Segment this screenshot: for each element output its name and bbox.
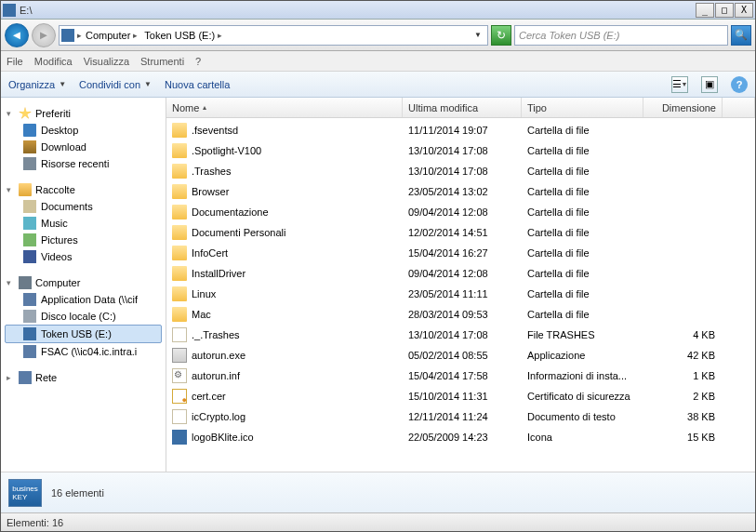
sidebar-head-favorites[interactable]: ▾ Preferiti (5, 105, 162, 122)
file-date: 13/10/2014 17:08 (403, 145, 522, 156)
address-dropdown-icon[interactable]: ▼ (471, 31, 485, 39)
chevron-right-icon[interactable]: ▸ (76, 31, 83, 40)
file-name: .Spotlight-V100 (192, 145, 261, 156)
file-type: Cartella di file (522, 125, 643, 136)
sidebar-item[interactable]: Application Data (\\cif (5, 291, 162, 308)
search-input[interactable]: Cerca Token USB (E:) (514, 25, 728, 46)
sidebar-item-label: Desktop (41, 125, 78, 136)
file-type: Cartella di file (522, 166, 643, 177)
file-row[interactable]: .Spotlight-V10013/10/2014 17:08Cartella … (166, 140, 755, 161)
menu-file[interactable]: File (7, 56, 23, 67)
i-desk-icon (23, 124, 36, 137)
menu-view[interactable]: Visualizza (84, 56, 129, 67)
share-button[interactable]: Condividi con▼ (79, 79, 152, 90)
sidebar-item[interactable]: Download (5, 139, 162, 155)
file-date: 09/04/2014 12:08 (403, 206, 522, 218)
file-row[interactable]: Linux23/05/2014 11:11Cartella di file (166, 284, 755, 304)
computer-icon (19, 276, 32, 289)
preview-pane-icon[interactable]: ▣ (701, 76, 718, 93)
refresh-button[interactable]: ↻ (491, 25, 511, 46)
sidebar-head-libraries[interactable]: ▾ Raccolte (5, 181, 162, 198)
details-pane: businesKEY 16 elementi (1, 472, 755, 512)
file-size: 38 KB (643, 411, 723, 422)
collapse-icon[interactable]: ▾ (7, 278, 15, 287)
file-name: ._.Trashes (192, 329, 240, 340)
file-row[interactable]: .fseventsd11/11/2014 19:07Cartella di fi… (166, 120, 755, 140)
file-name: cert.cer (192, 391, 226, 402)
sidebar-item[interactable]: Documents (5, 198, 162, 215)
help-icon[interactable]: ? (731, 76, 748, 93)
i-net-icon (23, 345, 36, 358)
maximize-button[interactable]: □ (715, 3, 734, 18)
file-row[interactable]: InfoCert15/04/2014 16:27Cartella di file (166, 243, 755, 263)
breadcrumb-computer[interactable]: Computer▸ (83, 30, 141, 41)
network-icon (19, 371, 32, 384)
sidebar-item[interactable]: Music (5, 215, 162, 232)
collapse-icon[interactable]: ▾ (7, 109, 15, 118)
file-size: 42 KB (643, 350, 723, 361)
sidebar-group-favorites: ▾ Preferiti DesktopDownloadRisorse recen… (5, 105, 162, 172)
file-type-icon (172, 327, 187, 342)
close-button[interactable]: X (735, 3, 753, 18)
file-date: 28/03/2014 09:53 (403, 309, 522, 320)
sidebar-item[interactable]: Risorse recenti (5, 155, 162, 172)
col-size-header[interactable]: Dimensione (643, 98, 723, 117)
organize-button[interactable]: Organizza▼ (8, 79, 66, 90)
file-date: 13/10/2014 17:08 (403, 166, 522, 177)
i-recent-icon (23, 157, 36, 170)
file-row[interactable]: Documentazione09/04/2014 12:08Cartella d… (166, 202, 755, 222)
menu-help[interactable]: ? (195, 56, 201, 67)
file-size: 4 KB (643, 329, 723, 340)
file-row[interactable]: Browser23/05/2014 13:02Cartella di file (166, 181, 755, 202)
file-row[interactable]: logoBKlite.ico22/05/2009 14:23Icona15 KB (166, 427, 755, 447)
file-date: 11/11/2014 19:07 (403, 125, 522, 136)
sidebar-item[interactable]: Videos (5, 248, 162, 265)
search-button[interactable]: 🔍 (731, 25, 751, 46)
file-type-icon (172, 205, 187, 219)
sidebar-head-computer[interactable]: ▾ Computer (5, 274, 162, 291)
file-row[interactable]: Documenti Personali12/02/2014 14:51Carte… (166, 222, 755, 243)
sidebar-item[interactable]: Pictures (5, 232, 162, 248)
file-row[interactable]: cert.cer15/10/2014 11:31Certificato di s… (166, 386, 755, 406)
file-type-icon (172, 389, 187, 404)
col-name-header[interactable]: Nome▴ (166, 98, 403, 117)
file-list: .fseventsd11/11/2014 19:07Cartella di fi… (166, 118, 755, 472)
view-options-icon[interactable]: ☰▼ (671, 76, 688, 93)
file-list-pane: Nome▴ Ultima modifica Tipo Dimensione .f… (166, 98, 755, 472)
sidebar-item[interactable]: Token USB (E:) (5, 325, 162, 343)
file-row[interactable]: autorun.exe05/02/2014 08:55Applicazione4… (166, 345, 755, 366)
file-name: InfoCert (192, 247, 228, 259)
col-date-header[interactable]: Ultima modifica (403, 98, 522, 117)
file-row[interactable]: .Trashes13/10/2014 17:08Cartella di file (166, 161, 755, 181)
sidebar-item-label: Download (41, 141, 86, 153)
file-row[interactable]: Mac28/03/2014 09:53Cartella di file (166, 304, 755, 325)
file-name: .fseventsd (192, 125, 238, 136)
new-folder-button[interactable]: Nuova cartella (165, 79, 230, 90)
address-bar[interactable]: ▸ Computer▸ Token USB (E:)▸ ▼ (59, 25, 488, 46)
menu-edit[interactable]: Modifica (34, 56, 73, 67)
i-key-icon (23, 327, 36, 340)
sidebar-item-label: FSAC (\\ic04.ic.intra.i (41, 346, 137, 357)
file-type-icon (172, 143, 187, 158)
file-row[interactable]: icCrypto.log12/11/2014 11:24Documento di… (166, 406, 755, 427)
back-button[interactable]: ◄ (5, 23, 29, 47)
forward-button[interactable]: ► (32, 23, 56, 47)
collapse-icon[interactable]: ▾ (7, 185, 15, 194)
file-type-icon (172, 246, 187, 260)
sidebar-item[interactable]: Desktop (5, 122, 162, 139)
breadcrumb-drive[interactable]: Token USB (E:)▸ (141, 30, 226, 41)
file-row[interactable]: autorun.inf15/04/2014 17:58Informazioni … (166, 366, 755, 386)
file-type-icon (172, 164, 187, 179)
col-type-header[interactable]: Tipo (522, 98, 643, 117)
file-row[interactable]: InstallDriver09/04/2014 12:08Cartella di… (166, 263, 755, 284)
sidebar-item[interactable]: Disco locale (C:) (5, 308, 162, 325)
file-row[interactable]: ._.Trashes13/10/2014 17:08File TRASHES4 … (166, 325, 755, 345)
menu-tools[interactable]: Strumenti (140, 56, 184, 67)
minimize-button[interactable]: _ (696, 3, 714, 18)
file-type-icon (172, 430, 187, 445)
sidebar-item[interactable]: FSAC (\\ic04.ic.intra.i (5, 343, 162, 360)
expand-icon[interactable]: ▸ (7, 373, 15, 382)
sidebar-head-network[interactable]: ▸ Rete (5, 369, 162, 386)
sidebar-item-label: Music (41, 218, 68, 229)
file-name: Browser (192, 186, 229, 197)
